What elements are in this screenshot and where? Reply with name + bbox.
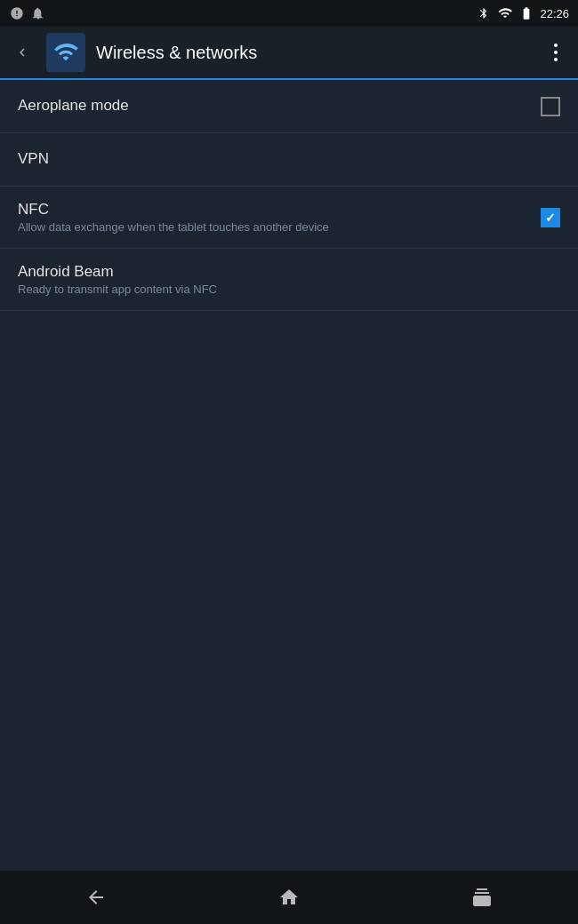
vpn-text: VPN: [18, 150, 560, 170]
status-icons-left: [9, 5, 46, 21]
notification-icon-2: [30, 5, 46, 21]
nfc-item[interactable]: NFC Allow data exchange when the tablet …: [0, 187, 578, 249]
toolbar: Wireless & networks: [0, 27, 578, 80]
app-icon: [46, 33, 85, 72]
menu-dot-2: [554, 51, 558, 54]
status-bar: 22:26: [0, 0, 578, 27]
time-display: 22:26: [540, 7, 569, 20]
battery-icon: [518, 5, 534, 21]
android-beam-subtitle: Ready to transmit app content via NFC: [18, 283, 560, 296]
back-button[interactable]: [9, 39, 36, 66]
wifi-icon: [497, 5, 513, 21]
aeroplane-mode-item[interactable]: Aeroplane mode: [0, 80, 578, 133]
vpn-title: VPN: [18, 150, 560, 168]
aeroplane-mode-text: Aeroplane mode: [18, 97, 541, 116]
nfc-checkbox[interactable]: ✓: [541, 208, 560, 227]
notification-icon-1: [9, 5, 25, 21]
android-beam-item[interactable]: Android Beam Ready to transmit app conte…: [0, 249, 578, 311]
overflow-menu-button[interactable]: [542, 39, 569, 66]
settings-content: Aeroplane mode VPN NFC Allow data exchan…: [0, 80, 578, 871]
recents-nav-button[interactable]: [455, 880, 509, 915]
home-nav-button[interactable]: [262, 880, 316, 915]
menu-dot-3: [554, 58, 558, 61]
nfc-subtitle: Allow data exchange when the tablet touc…: [18, 220, 541, 234]
android-beam-title: Android Beam: [18, 263, 560, 281]
nfc-title: NFC: [18, 201, 541, 219]
status-icons-right: 22:26: [476, 5, 569, 21]
back-nav-button[interactable]: [69, 880, 123, 915]
page-title: Wireless & networks: [96, 43, 542, 63]
android-beam-text: Android Beam Ready to transmit app conte…: [18, 263, 560, 296]
checkmark-icon: ✓: [545, 211, 556, 224]
nfc-text: NFC Allow data exchange when the tablet …: [18, 201, 541, 234]
vpn-item[interactable]: VPN: [0, 133, 578, 187]
aeroplane-mode-checkbox[interactable]: [541, 97, 560, 116]
bluetooth-icon: [476, 5, 492, 21]
aeroplane-mode-title: Aeroplane mode: [18, 97, 541, 115]
navigation-bar: [0, 871, 578, 924]
menu-dot-1: [554, 44, 558, 47]
